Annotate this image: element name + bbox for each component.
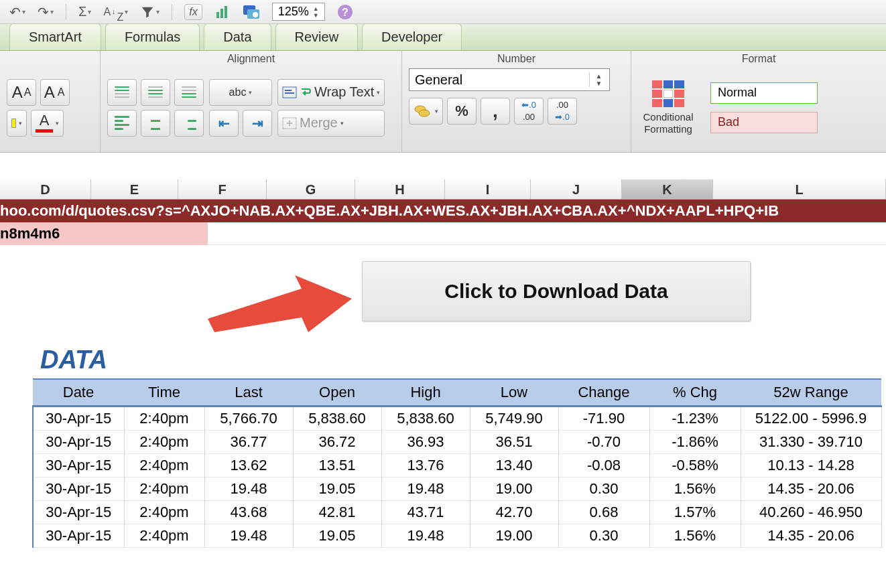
col-header-open[interactable]: Open	[293, 379, 381, 407]
table-row[interactable]: 30-Apr-152:40pm13.6213.5113.7613.40-0.08…	[33, 454, 881, 477]
cell[interactable]: 14.35 - 20.06	[741, 524, 881, 548]
style-normal[interactable]: Normal	[710, 82, 818, 104]
cell[interactable]: 30-Apr-15	[33, 407, 124, 431]
align-bottom-button[interactable]	[174, 79, 204, 106]
tab-formulas[interactable]: Formulas	[105, 23, 200, 50]
table-row[interactable]: 30-Apr-152:40pm5,766.705,838.605,838.605…	[33, 407, 881, 431]
cell[interactable]: 0.30	[558, 524, 649, 548]
align-right-button[interactable]	[174, 110, 204, 137]
merge-button[interactable]: Merge▾	[277, 110, 385, 137]
cell[interactable]: 10.13 - 14.28	[741, 454, 881, 477]
table-row[interactable]: 30-Apr-152:40pm36.7736.7236.9336.51-0.70…	[33, 431, 881, 454]
url-cell-line2[interactable]: n8m4m6	[0, 222, 208, 245]
cell[interactable]: -1.23%	[649, 407, 741, 431]
cell[interactable]: 19.00	[470, 524, 558, 548]
chart-icon[interactable]	[214, 4, 231, 20]
download-data-button[interactable]: Click to Download Data	[362, 261, 751, 321]
cell[interactable]: 5,766.70	[204, 407, 293, 431]
cell[interactable]: 2:40pm	[124, 454, 204, 477]
align-center-button[interactable]	[141, 110, 170, 137]
increase-font-button[interactable]: AA	[7, 79, 36, 106]
tab-developer[interactable]: Developer	[362, 23, 462, 50]
col-header-date[interactable]: Date	[33, 379, 124, 407]
cell[interactable]: 2:40pm	[124, 524, 204, 548]
cell[interactable]: 36.51	[470, 431, 558, 454]
table-row[interactable]: 30-Apr-152:40pm19.4819.0519.4819.000.301…	[33, 524, 881, 548]
undo-dropdown-icon[interactable]: ↶▾	[9, 4, 25, 20]
align-left-button[interactable]	[107, 110, 137, 137]
align-top-button[interactable]	[107, 79, 137, 106]
sort-az-icon[interactable]: A↓Z▾	[103, 1, 128, 23]
cell[interactable]: -1.86%	[649, 431, 741, 454]
col-header-low[interactable]: Low	[470, 379, 558, 407]
col-header-last[interactable]: Last	[204, 379, 293, 407]
redo-dropdown-icon[interactable]: ↷▾	[38, 4, 54, 20]
col-header-52w-range[interactable]: 52w Range	[741, 379, 881, 407]
column-header-L[interactable]: L	[713, 179, 886, 199]
tab-review[interactable]: Review	[275, 23, 359, 50]
cell[interactable]: 42.81	[293, 501, 381, 524]
currency-button[interactable]: ▾	[409, 98, 443, 125]
cell[interactable]: 19.05	[293, 524, 381, 548]
wrap-text-button[interactable]: Wrap Text▾	[277, 79, 385, 106]
cell[interactable]: 5,838.60	[293, 407, 381, 431]
column-header-K[interactable]: K	[622, 179, 713, 199]
cell[interactable]: 36.72	[293, 431, 381, 454]
cell[interactable]: 2:40pm	[124, 501, 204, 524]
orientation-button[interactable]: abc▾	[209, 79, 272, 106]
column-header-D[interactable]: D	[0, 179, 91, 199]
media-icon[interactable]	[243, 4, 260, 20]
column-header-F[interactable]: F	[178, 179, 267, 199]
col-header-high[interactable]: High	[381, 379, 470, 407]
conditional-formatting-button[interactable]: Conditional Formatting	[638, 111, 698, 135]
filter-icon[interactable]: ▾	[140, 5, 160, 19]
zoom-input[interactable]: 125% ▲▼	[272, 3, 325, 21]
cell[interactable]: 31.330 - 39.710	[741, 431, 881, 454]
cell[interactable]: 19.00	[470, 477, 558, 501]
cell[interactable]: 42.70	[470, 501, 558, 524]
cell[interactable]: 43.68	[204, 501, 293, 524]
cell[interactable]: 19.48	[204, 477, 293, 501]
cell[interactable]: 2:40pm	[124, 407, 204, 431]
font-color-button[interactable]: A▾	[31, 110, 64, 137]
cell[interactable]: 5,838.60	[381, 407, 470, 431]
increase-decimal-button[interactable]: ⬅.0.00	[514, 98, 544, 125]
table-row[interactable]: 30-Apr-152:40pm43.6842.8143.7142.700.681…	[33, 501, 881, 524]
cell[interactable]: 2:40pm	[124, 431, 204, 454]
cell[interactable]: 14.35 - 20.06	[741, 477, 881, 501]
column-header-J[interactable]: J	[531, 179, 622, 199]
align-middle-button[interactable]	[141, 79, 170, 106]
url-cell-line1[interactable]: hoo.com/d/quotes.csv?s=^AXJO+NAB.AX+QBE.…	[0, 200, 886, 222]
column-header-I[interactable]: I	[445, 179, 531, 199]
cell[interactable]: 30-Apr-15	[33, 431, 124, 454]
col-header--chg[interactable]: % Chg	[649, 379, 741, 407]
number-format-select[interactable]: General ▲▼	[409, 68, 610, 91]
fill-color-button[interactable]: ▾	[7, 110, 27, 137]
cell[interactable]: 1.56%	[649, 524, 741, 548]
cell[interactable]: 40.260 - 46.950	[741, 501, 881, 524]
cell[interactable]: 2:40pm	[124, 477, 204, 501]
increase-indent-button[interactable]: ⇥	[243, 110, 272, 137]
cell[interactable]: 1.56%	[649, 477, 741, 501]
cell[interactable]: 36.93	[381, 431, 470, 454]
fx-icon[interactable]: fx	[184, 4, 202, 20]
style-bad[interactable]: Bad	[710, 112, 818, 133]
cell[interactable]: -71.90	[558, 407, 649, 431]
cell[interactable]: 30-Apr-15	[33, 454, 124, 477]
tab-smartart[interactable]: SmartArt	[9, 23, 101, 50]
cell[interactable]: -0.70	[558, 431, 649, 454]
cell[interactable]: 13.40	[470, 454, 558, 477]
decrease-font-button[interactable]: AA	[40, 79, 70, 106]
cell[interactable]: 19.05	[293, 477, 381, 501]
cell[interactable]: 1.57%	[649, 501, 741, 524]
cell[interactable]: -0.08	[558, 454, 649, 477]
cell[interactable]: 43.71	[381, 501, 470, 524]
cell[interactable]: 5122.00 - 5996.9	[741, 407, 881, 431]
cell[interactable]: -0.58%	[649, 454, 741, 477]
column-header-G[interactable]: G	[267, 179, 355, 199]
column-header-H[interactable]: H	[355, 179, 445, 199]
cell[interactable]: 19.48	[381, 524, 470, 548]
cell[interactable]: 5,749.90	[470, 407, 558, 431]
cell[interactable]: 30-Apr-15	[33, 501, 124, 524]
cell[interactable]: 19.48	[204, 524, 293, 548]
